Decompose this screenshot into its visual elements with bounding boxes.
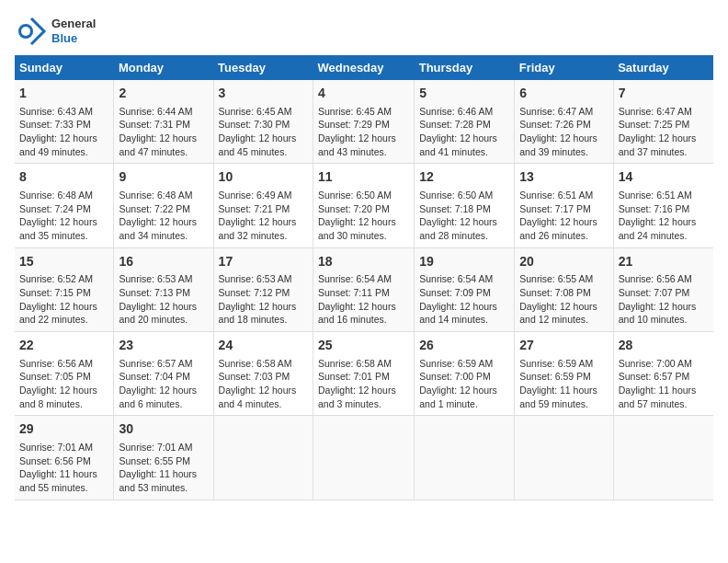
day-info: Sunrise: 6:56 AMSunset: 7:07 PMDaylight:…: [619, 272, 709, 327]
calendar-cell: 4Sunrise: 6:45 AMSunset: 7:29 PMDaylight…: [313, 80, 415, 164]
logo-text-general: General: [51, 17, 96, 31]
day-info: Sunrise: 7:01 AMSunset: 6:55 PMDaylight:…: [119, 441, 208, 495]
day-number: 29: [19, 420, 108, 439]
calendar-cell: 20Sunrise: 6:55 AMSunset: 7:08 PMDayligh…: [515, 247, 614, 331]
calendar-cell: 27Sunrise: 6:59 AMSunset: 6:59 PMDayligh…: [515, 332, 614, 416]
calendar-cell: 12Sunrise: 6:50 AMSunset: 7:18 PMDayligh…: [415, 164, 515, 247]
day-number: 28: [619, 337, 709, 355]
day-info: Sunrise: 6:50 AMSunset: 7:18 PMDaylight:…: [419, 189, 509, 243]
calendar-cell: 28Sunrise: 7:00 AMSunset: 6:57 PMDayligh…: [613, 332, 713, 416]
calendar-week-4: 22Sunrise: 6:56 AMSunset: 7:05 PMDayligh…: [15, 332, 713, 416]
calendar-cell: [313, 416, 415, 500]
day-number: 7: [619, 85, 709, 103]
calendar-cell: 10Sunrise: 6:49 AMSunset: 7:21 PMDayligh…: [213, 164, 313, 247]
day-number: 30: [119, 420, 208, 439]
calendar-week-1: 1Sunrise: 6:43 AMSunset: 7:33 PMDaylight…: [15, 80, 713, 164]
calendar-cell: 6Sunrise: 6:47 AMSunset: 7:26 PMDaylight…: [515, 80, 614, 164]
day-number: 15: [19, 253, 108, 271]
logo-svg: [15, 15, 48, 48]
day-number: 1: [19, 85, 108, 103]
calendar-cell: 3Sunrise: 6:45 AMSunset: 7:30 PMDaylight…: [213, 80, 313, 164]
day-number: 24: [219, 337, 308, 355]
calendar-cell: 29Sunrise: 7:01 AMSunset: 6:56 PMDayligh…: [15, 416, 114, 500]
day-info: Sunrise: 6:54 AMSunset: 7:09 PMDaylight:…: [419, 272, 509, 327]
day-number: 22: [19, 337, 108, 355]
calendar-cell: 16Sunrise: 6:53 AMSunset: 7:13 PMDayligh…: [114, 247, 213, 331]
day-info: Sunrise: 7:00 AMSunset: 6:57 PMDaylight:…: [619, 357, 709, 411]
day-info: Sunrise: 6:51 AMSunset: 7:17 PMDaylight:…: [519, 189, 609, 243]
calendar-week-5: 29Sunrise: 7:01 AMSunset: 6:56 PMDayligh…: [15, 416, 713, 500]
day-info: Sunrise: 6:53 AMSunset: 7:13 PMDaylight:…: [119, 272, 208, 327]
day-info: Sunrise: 6:49 AMSunset: 7:21 PMDaylight:…: [219, 189, 308, 243]
header: General Blue: [15, 15, 713, 48]
col-header-tuesday: Tuesday: [213, 55, 313, 80]
day-info: Sunrise: 6:52 AMSunset: 7:15 PMDaylight:…: [19, 272, 108, 327]
calendar-cell: 25Sunrise: 6:58 AMSunset: 7:01 PMDayligh…: [313, 332, 415, 416]
calendar-cell: 15Sunrise: 6:52 AMSunset: 7:15 PMDayligh…: [15, 247, 114, 331]
calendar-table: SundayMondayTuesdayWednesdayThursdayFrid…: [15, 55, 713, 500]
calendar-cell: 30Sunrise: 7:01 AMSunset: 6:55 PMDayligh…: [114, 416, 213, 500]
calendar-cell: 26Sunrise: 6:59 AMSunset: 7:00 PMDayligh…: [415, 332, 515, 416]
svg-point-2: [21, 27, 30, 36]
calendar-cell: 8Sunrise: 6:48 AMSunset: 7:24 PMDaylight…: [15, 164, 114, 247]
day-info: Sunrise: 6:53 AMSunset: 7:12 PMDaylight:…: [219, 272, 308, 327]
calendar-cell: 5Sunrise: 6:46 AMSunset: 7:28 PMDaylight…: [415, 80, 515, 164]
day-info: Sunrise: 6:59 AMSunset: 7:00 PMDaylight:…: [419, 357, 509, 411]
col-header-saturday: Saturday: [613, 55, 713, 80]
day-info: Sunrise: 6:45 AMSunset: 7:30 PMDaylight:…: [219, 105, 308, 159]
calendar-cell: 2Sunrise: 6:44 AMSunset: 7:31 PMDaylight…: [114, 80, 213, 164]
calendar-week-2: 8Sunrise: 6:48 AMSunset: 7:24 PMDaylight…: [15, 164, 713, 247]
calendar-header-row: SundayMondayTuesdayWednesdayThursdayFrid…: [15, 55, 713, 80]
day-info: Sunrise: 6:46 AMSunset: 7:28 PMDaylight:…: [419, 105, 509, 159]
day-number: 2: [119, 85, 208, 103]
col-header-wednesday: Wednesday: [313, 55, 415, 80]
day-info: Sunrise: 6:57 AMSunset: 7:04 PMDaylight:…: [119, 357, 208, 411]
calendar-cell: 21Sunrise: 6:56 AMSunset: 7:07 PMDayligh…: [613, 247, 713, 331]
day-number: 6: [519, 85, 609, 103]
day-info: Sunrise: 6:47 AMSunset: 7:25 PMDaylight:…: [619, 105, 709, 159]
day-info: Sunrise: 6:44 AMSunset: 7:31 PMDaylight:…: [119, 105, 208, 159]
day-info: Sunrise: 6:58 AMSunset: 7:01 PMDaylight:…: [318, 357, 409, 411]
day-number: 13: [519, 168, 609, 187]
day-info: Sunrise: 6:56 AMSunset: 7:05 PMDaylight:…: [19, 357, 108, 411]
calendar-cell: 14Sunrise: 6:51 AMSunset: 7:16 PMDayligh…: [613, 164, 713, 247]
calendar-cell: [213, 416, 313, 500]
day-number: 14: [619, 168, 709, 187]
day-number: 3: [219, 85, 308, 103]
day-number: 8: [19, 168, 108, 187]
day-number: 27: [519, 337, 609, 355]
day-number: 26: [419, 337, 509, 355]
day-number: 5: [419, 85, 509, 103]
day-number: 16: [119, 253, 208, 271]
calendar-cell: 18Sunrise: 6:54 AMSunset: 7:11 PMDayligh…: [313, 247, 415, 331]
calendar-week-3: 15Sunrise: 6:52 AMSunset: 7:15 PMDayligh…: [15, 247, 713, 331]
calendar-cell: 1Sunrise: 6:43 AMSunset: 7:33 PMDaylight…: [15, 80, 114, 164]
day-info: Sunrise: 6:47 AMSunset: 7:26 PMDaylight:…: [519, 105, 609, 159]
calendar-cell: 9Sunrise: 6:48 AMSunset: 7:22 PMDaylight…: [114, 164, 213, 247]
calendar-cell: 13Sunrise: 6:51 AMSunset: 7:17 PMDayligh…: [515, 164, 614, 247]
day-number: 12: [419, 168, 509, 187]
col-header-monday: Monday: [114, 55, 213, 80]
calendar-cell: 22Sunrise: 6:56 AMSunset: 7:05 PMDayligh…: [15, 332, 114, 416]
day-info: Sunrise: 6:48 AMSunset: 7:24 PMDaylight:…: [19, 189, 108, 243]
day-number: 23: [119, 337, 208, 355]
calendar-cell: [613, 416, 713, 500]
day-info: Sunrise: 6:43 AMSunset: 7:33 PMDaylight:…: [19, 105, 108, 159]
day-number: 4: [318, 85, 409, 103]
day-number: 18: [318, 253, 409, 271]
day-number: 11: [318, 168, 409, 187]
calendar-cell: 23Sunrise: 6:57 AMSunset: 7:04 PMDayligh…: [114, 332, 213, 416]
calendar-cell: [415, 416, 515, 500]
day-number: 20: [519, 253, 609, 271]
day-info: Sunrise: 6:59 AMSunset: 6:59 PMDaylight:…: [519, 357, 609, 411]
day-number: 9: [119, 168, 208, 187]
calendar-cell: 17Sunrise: 6:53 AMSunset: 7:12 PMDayligh…: [213, 247, 313, 331]
day-info: Sunrise: 6:50 AMSunset: 7:20 PMDaylight:…: [318, 189, 409, 243]
day-info: Sunrise: 6:48 AMSunset: 7:22 PMDaylight:…: [119, 189, 208, 243]
day-info: Sunrise: 6:55 AMSunset: 7:08 PMDaylight:…: [519, 272, 609, 327]
day-info: Sunrise: 6:54 AMSunset: 7:11 PMDaylight:…: [318, 272, 409, 327]
day-number: 21: [619, 253, 709, 271]
col-header-sunday: Sunday: [15, 55, 114, 80]
day-number: 10: [219, 168, 308, 187]
day-info: Sunrise: 6:45 AMSunset: 7:29 PMDaylight:…: [318, 105, 409, 159]
